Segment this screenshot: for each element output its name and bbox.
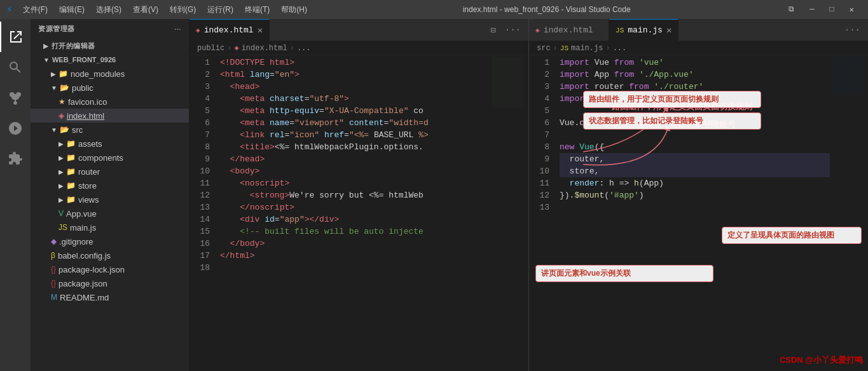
- store-label: store: [78, 181, 97, 191]
- maximize-btn[interactable]: □: [822, 3, 842, 17]
- sidebar-item-gitignore[interactable]: ◆ .gitignore: [31, 234, 189, 248]
- open-editors-label: 打开的编辑器: [52, 41, 95, 51]
- activity-source-control[interactable]: [0, 83, 31, 113]
- gitignore-label: .gitignore: [59, 237, 93, 246]
- sidebar-item-app-vue[interactable]: V App.vue: [31, 206, 189, 220]
- sidebar-item-public[interactable]: ▼ 📂 public: [31, 81, 189, 95]
- app-vue-label: App.vue: [66, 209, 97, 219]
- bc-src[interactable]: src: [537, 44, 551, 53]
- package-lock-label: package-lock.json: [59, 265, 125, 274]
- json-icon: {}: [51, 265, 56, 274]
- menu-run[interactable]: 运行(R): [202, 3, 238, 17]
- right-more-icon[interactable]: ···: [842, 24, 863, 36]
- window-controls: ⧉ — □ ✕: [781, 3, 862, 17]
- left-line-13: </noscript>: [220, 201, 490, 213]
- menu-goto[interactable]: 转到(G): [165, 3, 201, 17]
- left-line-14: <div id="app"></div>: [220, 213, 490, 226]
- menu-file[interactable]: 文件(F): [18, 3, 53, 17]
- arrow-right-icon4: ▶: [59, 168, 64, 175]
- left-line-8: <title><%= htmlWebpackPlugin.options.: [220, 141, 490, 153]
- right-line-8: new Vue({: [560, 141, 830, 153]
- js-icon: JS: [59, 223, 67, 232]
- views-label: views: [78, 195, 99, 205]
- sidebar-item-index-html[interactable]: ◈ index.html: [31, 109, 189, 123]
- right-breadcrumb: src › JS main.js › ...: [529, 41, 868, 55]
- left-code-lines: <!DOCTYPE html> <html lang="en"> <head> …: [215, 55, 490, 371]
- activity-run[interactable]: [0, 113, 31, 144]
- favicon-label: favicon.ico: [68, 97, 107, 107]
- left-tab-index-html[interactable]: ◈ index.html ✕: [189, 19, 270, 41]
- sidebar-item-package[interactable]: {} package.json: [31, 276, 189, 290]
- titlebar-left: ⚡ 文件(F) 编辑(E) 选择(S) 查看(V) 转到(G) 运行(R) 终端…: [6, 3, 312, 17]
- right-tab-label2: main.js: [628, 25, 663, 35]
- right-line-7: [560, 129, 830, 141]
- sidebar-item-readme[interactable]: M README.md: [31, 290, 189, 304]
- star-icon: ★: [59, 97, 65, 106]
- left-tab-label: index.html: [204, 25, 254, 35]
- sidebar-item-assets[interactable]: ▶ 📁 assets: [31, 137, 189, 151]
- breadcrumb-row: public › ◈ index.html › ... src › JS mai…: [189, 41, 868, 55]
- bc-dots[interactable]: ...: [297, 44, 311, 53]
- html-tab-icon: ◈: [196, 26, 200, 34]
- right-line-3: import router from './router': [560, 81, 830, 93]
- sidebar-item-babel[interactable]: β babel.config.js: [31, 248, 189, 262]
- menu-view[interactable]: 查看(V): [128, 3, 163, 17]
- router-label: router: [78, 167, 100, 177]
- tab-bars-row: ◈ index.html ✕ ⊟ ··· ◈ index.html ✕: [189, 19, 868, 41]
- right-tab-spacer: [679, 19, 836, 41]
- right-code-content[interactable]: 12345 678910 111213 import Vue from 'vue…: [529, 55, 868, 371]
- menu-help[interactable]: 帮助(H): [276, 3, 312, 17]
- sidebar-item-views[interactable]: ▶ 📁 views: [31, 192, 189, 206]
- left-line-7: <link rel="icon" href="<%= BASE_URL %>: [220, 129, 490, 141]
- more-actions-icon[interactable]: ···: [502, 24, 523, 36]
- babel-label: babel.config.js: [58, 251, 111, 260]
- left-code-content[interactable]: 12345 678910 1112131415 161718 <!DOCTYPE…: [189, 55, 528, 371]
- bc-dots2[interactable]: ...: [613, 44, 627, 53]
- left-line-10: <body>: [220, 165, 490, 177]
- arrow-right-icon3: ▶: [59, 154, 64, 161]
- menu-edit[interactable]: 编辑(E): [54, 3, 90, 17]
- md-icon: M: [51, 293, 57, 302]
- code-editors-row: 12345 678910 1112131415 161718 <!DOCTYPE…: [189, 55, 868, 371]
- activity-extensions[interactable]: [0, 144, 31, 174]
- sidebar-item-node-modules[interactable]: ▶ 📁 node_modules: [31, 67, 189, 81]
- folder-open-icon: 📂: [60, 83, 69, 92]
- layout-btn[interactable]: ⧉: [781, 3, 802, 17]
- left-line-9: </head>: [220, 153, 490, 165]
- activity-explorer[interactable]: [0, 22, 31, 52]
- left-tab-close[interactable]: ✕: [258, 25, 263, 36]
- sidebar-item-src[interactable]: ▼ 📂 src: [31, 123, 189, 137]
- sidebar-item-package-lock[interactable]: {} package-lock.json: [31, 262, 189, 276]
- project-header[interactable]: ▼ WEB_FRONT_0926: [31, 53, 189, 67]
- menu-select[interactable]: 选择(S): [91, 3, 127, 17]
- git-icon: ◆: [51, 237, 57, 246]
- close-btn[interactable]: ✕: [842, 3, 862, 17]
- sidebar-item-favicon[interactable]: ★ favicon.ico: [31, 95, 189, 109]
- sidebar-item-main-js[interactable]: JS main.js: [31, 220, 189, 234]
- menu-terminal[interactable]: 终端(T): [240, 3, 275, 17]
- sidebar-item-components[interactable]: ▶ 📁 components: [31, 151, 189, 165]
- bc-index-html[interactable]: index.html: [242, 44, 287, 53]
- json-icon2: {}: [51, 279, 56, 288]
- assets-label: assets: [78, 139, 102, 149]
- split-editor-icon[interactable]: ⊟: [488, 24, 498, 37]
- right-tab-index-html[interactable]: ◈ index.html ✕: [529, 19, 609, 41]
- right-tab2-close[interactable]: ✕: [666, 25, 672, 36]
- package-label: package.json: [59, 279, 107, 288]
- right-line-6: Vue.config.productionTip = false: [560, 117, 830, 129]
- bc-main-js[interactable]: main.js: [571, 44, 603, 53]
- sidebar-more[interactable]: ···: [174, 25, 181, 33]
- right-line-13: [560, 201, 830, 213]
- folder-icon2: 📁: [66, 139, 76, 148]
- left-tab-actions: ⊟ ···: [483, 19, 528, 41]
- bc-public[interactable]: public: [197, 44, 224, 53]
- sidebar-item-store[interactable]: ▶ 📁 store: [31, 179, 189, 192]
- sidebar-item-router[interactable]: ▶ 📁 router: [31, 165, 189, 179]
- open-editors-header[interactable]: ▶ 打开的编辑器: [31, 39, 189, 53]
- minimize-btn[interactable]: —: [802, 3, 822, 17]
- left-tab-spacer: [270, 19, 483, 41]
- main-layout: 资源管理器 ··· ▶ 打开的编辑器 ▼ WEB_FRONT_0926 ▶ 📁 …: [0, 19, 868, 371]
- activity-search[interactable]: [0, 52, 31, 83]
- right-tab-label1: index.html: [544, 25, 593, 35]
- right-tab-main-js[interactable]: JS main.js ✕: [609, 19, 679, 41]
